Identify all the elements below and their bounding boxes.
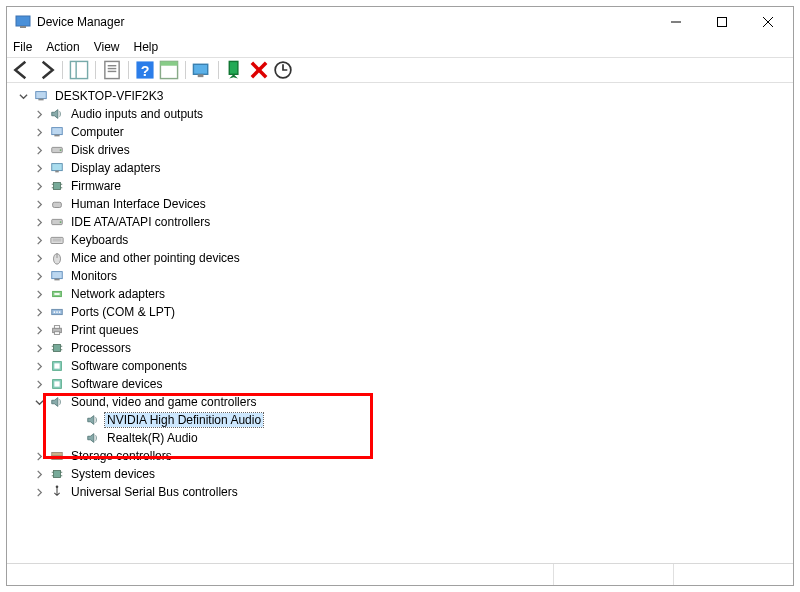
tree-category[interactable]: Universal Serial Bus controllers (31, 483, 785, 501)
svg-point-37 (60, 221, 62, 223)
svg-rect-54 (54, 345, 61, 352)
chevron-right-icon[interactable] (31, 484, 47, 500)
status-cell (7, 564, 553, 585)
uninstall-device-button[interactable] (248, 59, 270, 81)
toolbar-separator (95, 61, 96, 79)
tree-category[interactable]: Monitors (31, 267, 785, 285)
tree-category[interactable]: Firmware (31, 177, 785, 195)
chevron-right-icon[interactable] (31, 196, 47, 212)
chevron-right-icon[interactable] (31, 358, 47, 374)
chevron-right-icon[interactable] (31, 448, 47, 464)
tree-device[interactable]: Realtek(R) Audio (67, 429, 785, 447)
properties-button[interactable] (101, 59, 123, 81)
back-button[interactable] (11, 59, 33, 81)
menu-action[interactable]: Action (46, 40, 79, 54)
chevron-right-icon[interactable] (31, 268, 47, 284)
tree-category-label: Software components (69, 359, 189, 373)
tree-device[interactable]: NVIDIA High Definition Audio (67, 411, 785, 429)
minimize-button[interactable] (653, 7, 699, 37)
category-icon (49, 250, 65, 266)
tree-category-label: Audio inputs and outputs (69, 107, 205, 121)
chevron-right-icon[interactable] (31, 340, 47, 356)
chevron-down-icon[interactable] (15, 88, 31, 104)
tree-root[interactable]: DESKTOP-VFIF2K3 (15, 87, 785, 105)
category-icon (49, 286, 65, 302)
menu-help[interactable]: Help (134, 40, 159, 54)
tree-category[interactable]: Mice and other pointing devices (31, 249, 785, 267)
chevron-right-icon[interactable] (31, 376, 47, 392)
category-icon (49, 232, 65, 248)
category-icon (49, 142, 65, 158)
update-driver-button[interactable] (272, 59, 294, 81)
tree-category[interactable]: Ports (COM & LPT) (31, 303, 785, 321)
tree-category[interactable]: System devices (31, 465, 785, 483)
device-tree[interactable]: DESKTOP-VFIF2K3 Audio inputs and outputs… (7, 83, 793, 563)
chevron-right-icon[interactable] (31, 322, 47, 338)
tree-category[interactable]: Print queues (31, 321, 785, 339)
tree-category[interactable]: Processors (31, 339, 785, 357)
svg-rect-16 (193, 64, 207, 74)
chevron-down-icon[interactable] (31, 394, 47, 410)
menu-view[interactable]: View (94, 40, 120, 54)
svg-point-48 (54, 311, 56, 313)
chevron-right-icon[interactable] (31, 304, 47, 320)
category-icon (49, 358, 65, 374)
tree-category[interactable]: Software components (31, 357, 785, 375)
chevron-right-icon[interactable] (31, 160, 47, 176)
tree-category-label: Ports (COM & LPT) (69, 305, 177, 319)
svg-point-50 (59, 311, 61, 313)
tree-category-label: Monitors (69, 269, 119, 283)
maximize-button[interactable] (699, 7, 745, 37)
tree-category[interactable]: Network adapters (31, 285, 785, 303)
chevron-right-icon[interactable] (31, 286, 47, 302)
svg-rect-53 (54, 332, 59, 335)
toolbar: ? (7, 57, 793, 83)
tree-category[interactable]: Storage controllers (31, 447, 785, 465)
chevron-right-icon[interactable] (31, 106, 47, 122)
tree-category-label: Human Interface Devices (69, 197, 208, 211)
menu-file[interactable]: File (13, 40, 32, 54)
statusbar (7, 563, 793, 585)
enable-device-button[interactable] (224, 59, 246, 81)
svg-rect-46 (54, 293, 59, 295)
tree-category-label: Disk drives (69, 143, 132, 157)
tree-category[interactable]: IDE ATA/ATAPI controllers (31, 213, 785, 231)
svg-rect-15 (160, 61, 177, 65)
help-button[interactable]: ? (134, 59, 156, 81)
chevron-right-icon[interactable] (31, 214, 47, 230)
category-icon (49, 304, 65, 320)
tree-category-label: Print queues (69, 323, 140, 337)
action-pane-button[interactable] (158, 59, 180, 81)
tree-category[interactable]: Sound, video and game controllers (31, 393, 785, 411)
tree-category[interactable]: Disk drives (31, 141, 785, 159)
tree-category[interactable]: Audio inputs and outputs (31, 105, 785, 123)
forward-button[interactable] (35, 59, 57, 81)
chevron-right-icon[interactable] (31, 250, 47, 266)
tree-spacer (67, 430, 83, 446)
tree-category[interactable]: Computer (31, 123, 785, 141)
category-icon (49, 106, 65, 122)
svg-rect-8 (105, 61, 119, 78)
chevron-right-icon[interactable] (31, 178, 47, 194)
svg-rect-65 (54, 471, 61, 478)
category-icon (49, 214, 65, 230)
tree-category[interactable]: Display adapters (31, 159, 785, 177)
toolbar-separator (185, 61, 186, 79)
svg-rect-29 (55, 171, 59, 173)
tree-category-label: IDE ATA/ATAPI controllers (69, 215, 212, 229)
svg-rect-3 (718, 18, 727, 27)
scan-hardware-button[interactable] (191, 59, 213, 81)
tree-category[interactable]: Human Interface Devices (31, 195, 785, 213)
chevron-right-icon[interactable] (31, 124, 47, 140)
svg-rect-22 (36, 92, 47, 99)
chevron-right-icon[interactable] (31, 466, 47, 482)
chevron-right-icon[interactable] (31, 142, 47, 158)
svg-rect-62 (54, 381, 59, 386)
show-hide-tree-button[interactable] (68, 59, 90, 81)
chevron-right-icon[interactable] (31, 232, 47, 248)
status-cell (553, 564, 673, 585)
close-button[interactable] (745, 7, 791, 37)
tree-category[interactable]: Software devices (31, 375, 785, 393)
svg-point-70 (56, 485, 59, 488)
tree-category[interactable]: Keyboards (31, 231, 785, 249)
